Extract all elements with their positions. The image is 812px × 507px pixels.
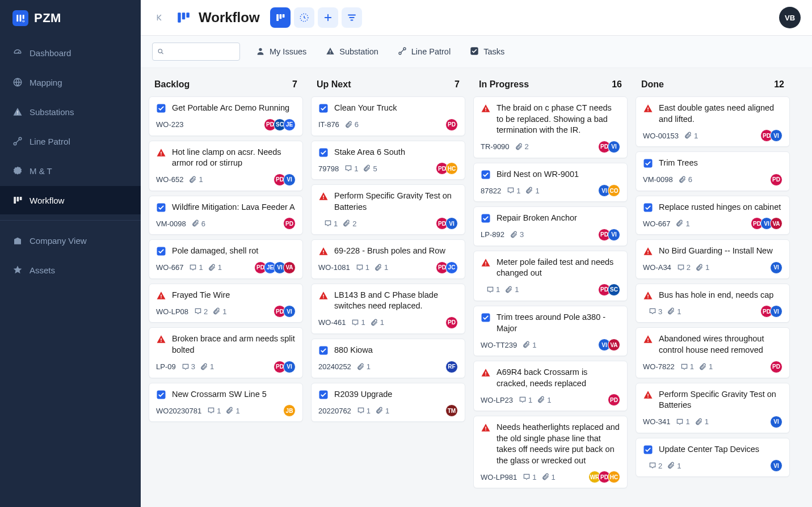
- attachments-count: 2: [343, 219, 356, 228]
- search-icon: [157, 48, 165, 56]
- assignee-chip[interactable]: PD: [445, 316, 458, 329]
- kanban-board[interactable]: Backlog 7 Get Portable Arc Demo Running …: [141, 68, 812, 507]
- sidebar-item-company-view[interactable]: Company View: [0, 226, 141, 255]
- card[interactable]: A69R4 back Crossarm is cracked, needs re…: [473, 361, 628, 411]
- assignee-chip[interactable]: PD: [770, 174, 782, 186]
- alert-icon: [643, 246, 653, 256]
- assignee-chip[interactable]: HC: [608, 471, 620, 483]
- assignee-chip[interactable]: VI: [770, 129, 782, 142]
- assignee-chip[interactable]: VI: [283, 305, 296, 318]
- assignee-list: PDJC: [436, 261, 458, 274]
- user-avatar[interactable]: VB: [779, 7, 801, 28]
- card[interactable]: Hot line clamp on acsr. Needs armor rod …: [149, 141, 303, 191]
- assignee-chip[interactable]: VI: [445, 217, 458, 230]
- assignee-chip[interactable]: PD: [770, 361, 782, 373]
- assignee-chip[interactable]: SC: [608, 284, 620, 296]
- assignee-chip[interactable]: JE: [283, 119, 296, 131]
- card[interactable]: The braid on c phase CT needs to be repl…: [473, 96, 628, 158]
- card[interactable]: Perform Specific Gravity Test on Batteri…: [311, 184, 465, 235]
- filter-line-patrol[interactable]: Line Patrol: [398, 47, 451, 57]
- alert-icon: [318, 290, 329, 301]
- comments-count: 1: [207, 407, 221, 415]
- card[interactable]: Replace rusted hinges on cabinet WO-667 …: [636, 196, 790, 235]
- view-history-button[interactable]: [294, 7, 314, 28]
- card[interactable]: Clean Your Truck IT-876 6 PD: [311, 96, 465, 136]
- sidebar-item-m-t[interactable]: M & T: [0, 157, 141, 185]
- assignee-chip[interactable]: VI: [283, 174, 296, 186]
- card[interactable]: Needs heatherlights replaced and the old…: [473, 416, 628, 488]
- assignee-chip[interactable]: JC: [445, 261, 458, 274]
- assignee-list: PDVIVA: [751, 217, 782, 230]
- card-id: LP-09: [156, 362, 176, 371]
- assignee-chip[interactable]: PD: [608, 394, 620, 406]
- card[interactable]: Repair Broken Anchor LP-892 3 PDVI: [473, 206, 628, 246]
- card[interactable]: Abandoned wires throughout control house…: [636, 327, 790, 378]
- assignee-chip[interactable]: VI: [770, 416, 782, 428]
- search-input[interactable]: [152, 43, 240, 61]
- assignee-chip[interactable]: VI: [770, 459, 782, 472]
- assignee-chip[interactable]: VI: [608, 141, 620, 153]
- card[interactable]: Meter pole failed test and needs changed…: [473, 251, 628, 301]
- card[interactable]: 69-228 - Brush poles and Row WO-1081 1 1…: [311, 239, 465, 279]
- assignee-chip[interactable]: VA: [283, 261, 296, 274]
- card[interactable]: New Crossarm SW Line 5 WO20230781 1 1 JB: [149, 383, 303, 422]
- assignee-chip[interactable]: VI: [770, 261, 782, 274]
- collapse-sidebar-button[interactable]: [152, 10, 168, 26]
- add-button[interactable]: [318, 7, 338, 28]
- sidebar-item-substations[interactable]: Substations: [0, 98, 141, 126]
- search-field[interactable]: [165, 47, 235, 56]
- assignee-list: PDHC: [436, 162, 458, 175]
- sidebar-item-dashboard[interactable]: Dashboard: [0, 39, 141, 67]
- nav-label: Line Patrol: [30, 137, 70, 146]
- task-icon: [318, 147, 329, 158]
- view-board-button[interactable]: [270, 7, 291, 28]
- filter-button[interactable]: [342, 7, 362, 28]
- assignee-chip[interactable]: VI: [608, 229, 620, 241]
- card[interactable]: Trim trees around Pole a380 - Major WO-T…: [473, 306, 628, 356]
- assignee-chip[interactable]: TM: [445, 404, 458, 417]
- assignee-chip[interactable]: VI: [770, 305, 782, 318]
- card[interactable]: Perform Specific Gravity Test on Batteri…: [636, 383, 790, 433]
- card[interactable]: Broken brace and arm needs split bolted …: [149, 327, 303, 378]
- assignee-chip[interactable]: HC: [445, 162, 458, 175]
- assignee-chip[interactable]: PD: [445, 119, 458, 131]
- card[interactable]: Get Portable Arc Demo Running WO-223 PDS…: [149, 96, 303, 136]
- attachments-count: 5: [363, 164, 377, 173]
- card[interactable]: 880 Kiowa 20240252 1 RF: [311, 339, 465, 378]
- star-icon: [12, 265, 23, 275]
- card[interactable]: Trim Trees VM-0098 6 PD: [636, 151, 790, 191]
- card[interactable]: Pole damaged, shell rot WO-667 1 1 PDJEV…: [149, 239, 303, 279]
- card[interactable]: East double gates need aligned and lifte…: [636, 96, 790, 147]
- assignee-chip[interactable]: JB: [283, 404, 296, 417]
- card[interactable]: R2039 Upgrade 20220762 1 1 TM: [311, 383, 465, 422]
- filter-tasks[interactable]: Tasks: [470, 47, 504, 57]
- filter-my-issues[interactable]: My Issues: [256, 47, 306, 57]
- brand-logo[interactable]: PZM: [0, 0, 141, 39]
- card-id: WO20230781: [156, 407, 201, 415]
- card[interactable]: No Bird Guarding -- Install New WO-A34 2…: [636, 239, 790, 279]
- sidebar-item-workflow[interactable]: Workflow: [0, 186, 141, 214]
- assignee-chip[interactable]: CO: [608, 184, 620, 197]
- assignee-chip[interactable]: RF: [445, 361, 458, 373]
- assignee-chip[interactable]: VI: [283, 361, 296, 373]
- assignee-chip[interactable]: VA: [770, 217, 782, 230]
- assignee-chip[interactable]: VA: [608, 339, 620, 351]
- filter-substation[interactable]: Substation: [326, 47, 378, 57]
- assignee-chip[interactable]: PD: [283, 217, 296, 230]
- card-title: Broken brace and arm needs split bolted: [172, 333, 296, 356]
- nav-divider: [0, 220, 141, 221]
- attachments-count: 1: [189, 175, 203, 184]
- card[interactable]: Bird Nest on WR-9001 87822 1 1 VICO: [473, 163, 628, 202]
- sidebar-item-line-patrol[interactable]: Line Patrol: [0, 127, 141, 155]
- card[interactable]: Stake Area 6 South 79798 1 5 PDHC: [311, 141, 465, 180]
- sidebar-item-mapping[interactable]: Mapping: [0, 68, 141, 96]
- card-id: 20220762: [318, 407, 351, 415]
- card[interactable]: Frayed Tie Wire WO-LP08 2 1 PDVI: [149, 284, 303, 323]
- sidebar: PZM DashboardMappingSubstationsLine Patr…: [0, 0, 141, 507]
- card-title: Bird Nest on WR-9001: [497, 169, 579, 180]
- card[interactable]: LB143 B and C Phase blade switches need …: [311, 284, 465, 334]
- sidebar-item-assets[interactable]: Assets: [0, 256, 141, 284]
- card[interactable]: Wildfire Mitigation: Lava Feeder A VM-00…: [149, 196, 303, 235]
- card[interactable]: Update Center Tap Devices 2 1 VI: [636, 438, 790, 478]
- card[interactable]: Bus has hole in end, needs cap 3 1 PDVI: [636, 284, 790, 323]
